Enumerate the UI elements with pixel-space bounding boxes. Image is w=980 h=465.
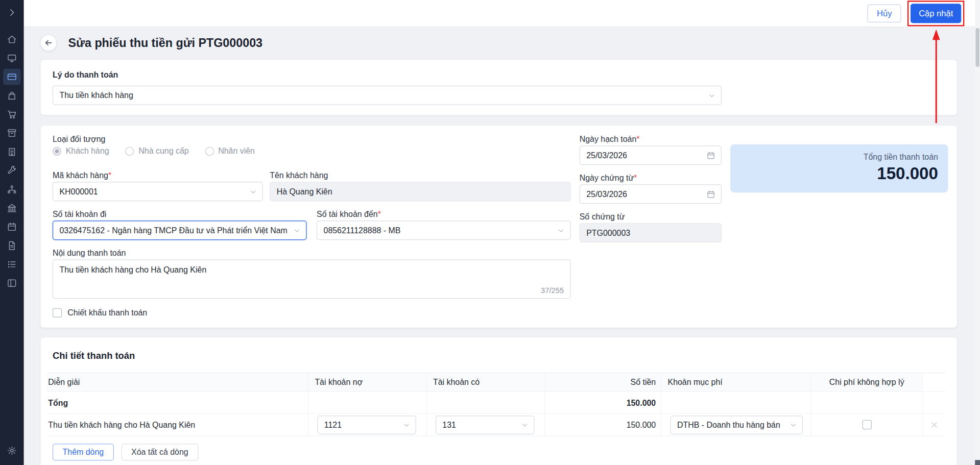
org-chart-icon <box>7 184 17 194</box>
calendar-icon <box>7 222 17 232</box>
sidebar-item-display[interactable] <box>3 50 20 66</box>
customer-name-input: Hà Quang Kiên <box>270 182 570 201</box>
accounting-date-input[interactable]: 25/03/2026 <box>580 145 722 165</box>
payment-content-label: Nội dung thanh toán <box>53 248 126 257</box>
payment-reason-select[interactable]: Thu tiền khách hàng <box>53 86 722 105</box>
sidebar-item-payments[interactable] <box>3 69 20 85</box>
archive-icon <box>7 128 17 138</box>
sidebar-item-settings[interactable] <box>3 443 20 459</box>
sidebar-item-organization[interactable] <box>3 181 20 198</box>
topbar: Hủy Cập nhật <box>24 0 980 26</box>
table-total-row: Tổng 150.000 <box>47 392 946 414</box>
sidebar-item-company[interactable] <box>3 144 20 160</box>
account-from-label: Số tài khoản đi <box>53 209 106 218</box>
chevron-down-icon <box>294 227 300 233</box>
sidebar-item-calendar[interactable] <box>3 219 20 235</box>
total-amount-panel: Tổng tiền thanh toán 150.000 <box>730 144 948 192</box>
header-debit-account: Tài khoản nợ <box>308 373 427 391</box>
main-content: Sửa phiếu thu tiền gửi PTG000003 Lý do t… <box>24 26 980 465</box>
header-credit-account: Tài khoản có <box>427 373 545 391</box>
back-button[interactable] <box>40 34 57 51</box>
sidebar-item-bank[interactable] <box>3 200 20 216</box>
accounting-date-label: Ngày hạch toán* <box>580 134 640 143</box>
sidebar-nav <box>3 31 20 291</box>
sidebar-item-tools[interactable] <box>3 162 20 179</box>
delete-row-icon[interactable]: ✕ <box>930 420 938 429</box>
sidebar-item-inventory[interactable] <box>3 125 20 141</box>
credit-account-select[interactable]: 131 <box>436 415 535 434</box>
update-button-wrap: Cập nhật <box>911 4 961 23</box>
header-invalid-cost: Chi phí không hợp lý <box>811 373 923 391</box>
char-counter: 37/255 <box>541 286 564 295</box>
object-type-radio-group: Khách hàng Nhà cung cấp Nhân viên <box>53 146 255 156</box>
object-type-label: Loại đối tượng <box>53 134 105 143</box>
voucher-number-input: PTG000003 <box>580 223 722 242</box>
update-button[interactable]: Cập nhật <box>911 4 961 23</box>
voucher-date-input[interactable]: 25/03/2026 <box>580 184 722 204</box>
building-icon <box>7 147 17 157</box>
chevron-down-icon <box>403 421 410 428</box>
total-label: Tổng <box>47 392 308 413</box>
credit-card-icon <box>7 72 17 82</box>
cancel-button[interactable]: Hủy <box>868 4 901 22</box>
sidebar-item-reports[interactable] <box>3 275 20 291</box>
account-from-select[interactable]: 0326475162 - Ngân hàng TMCP Đầu tư và Ph… <box>53 221 307 240</box>
fee-item-select[interactable]: DTHB - Doanh thu hàng bán <box>670 415 803 434</box>
shopping-cart-icon <box>7 109 17 119</box>
list-icon <box>7 259 17 270</box>
page-title: Sửa phiếu thu tiền gửi PTG000003 <box>68 36 262 50</box>
header-fee-item: Khoản mục phí <box>661 373 811 391</box>
chevron-down-icon <box>521 421 528 428</box>
sidebar-item-purchases[interactable] <box>3 87 20 104</box>
voucher-info-card: Loại đối tượng Khách hàng Nhà cung cấp N… <box>40 125 957 328</box>
calendar-icon <box>706 151 715 160</box>
payment-content-textarea[interactable]: Thu tiền khách hàng cho Hà Quang Kiên 37… <box>53 259 571 299</box>
table-actions: Thêm dòng Xóa tất cả dòng <box>53 444 198 460</box>
payment-reason-card: Lý do thanh toán Thu tiền khách hàng <box>40 59 957 115</box>
customer-code-select[interactable]: KH000001 <box>53 182 263 201</box>
radio-checked-icon <box>53 146 61 155</box>
payment-reason-label: Lý do thanh toán <box>53 70 118 79</box>
checkbox-icon <box>53 308 62 317</box>
payment-content-value: Thu tiền khách hàng cho Hà Quang Kiên <box>59 265 564 274</box>
total-amount-label: Tổng tiền thanh toán <box>740 153 938 162</box>
payment-details-table: Diễn giải Tài khoản nợ Tài khoản có Số t… <box>47 373 946 436</box>
voucher-date-label: Ngày chứng từ* <box>580 173 637 182</box>
header-actions <box>923 373 945 391</box>
scrollbar-thumb[interactable] <box>975 28 979 67</box>
radio-customer[interactable]: Khách hàng <box>53 146 109 156</box>
radio-supplier[interactable]: Nhà cung cấp <box>126 146 189 156</box>
radio-employee[interactable]: Nhân viên <box>205 146 254 156</box>
document-icon <box>7 240 17 251</box>
total-amount: 150.000 <box>545 392 661 413</box>
add-row-button[interactable]: Thêm dòng <box>53 444 114 460</box>
sidebar-item-lists[interactable] <box>3 256 20 273</box>
customer-name-label: Tên khách hàng <box>270 170 328 180</box>
invalid-cost-checkbox[interactable] <box>862 420 871 429</box>
row-description: Thu tiền khách hàng cho Hà Quang Kiên <box>47 414 308 436</box>
radio-unchecked-icon <box>205 146 213 155</box>
app: Hủy Cập nhật Sửa phiếu thu tiền gửi PTG0… <box>0 0 980 465</box>
sidebar-expand-button[interactable] <box>3 5 20 20</box>
bank-icon <box>7 203 17 213</box>
calendar-icon <box>706 190 715 199</box>
sidebar-item-sales[interactable] <box>3 106 20 123</box>
sidebar <box>0 0 24 465</box>
chevron-down-icon <box>708 92 715 99</box>
chevron-right-icon <box>7 8 17 18</box>
table-header-row: Diễn giải Tài khoản nợ Tài khoản có Số t… <box>47 373 946 392</box>
display-icon <box>7 53 17 63</box>
discount-checkbox-row[interactable]: Chiết khấu thanh toán <box>53 308 147 317</box>
account-to-label: Số tài khoản đến* <box>317 209 381 218</box>
panel-icon <box>7 278 17 288</box>
clear-all-rows-button[interactable]: Xóa tất cả dòng <box>121 444 198 460</box>
sidebar-item-documents[interactable] <box>3 237 20 254</box>
sidebar-item-home[interactable] <box>3 31 20 47</box>
header-description: Diễn giải <box>47 373 308 391</box>
account-to-select[interactable]: 0856211128888 - MB <box>317 221 571 240</box>
scrollbar <box>975 0 980 465</box>
debit-account-select[interactable]: 1121 <box>317 415 416 434</box>
voucher-number-label: Số chứng từ <box>580 212 625 221</box>
arrow-left-icon <box>44 38 53 47</box>
payment-details-card: Chi tiết thanh toán Diễn giải Tài khoản … <box>40 337 957 465</box>
